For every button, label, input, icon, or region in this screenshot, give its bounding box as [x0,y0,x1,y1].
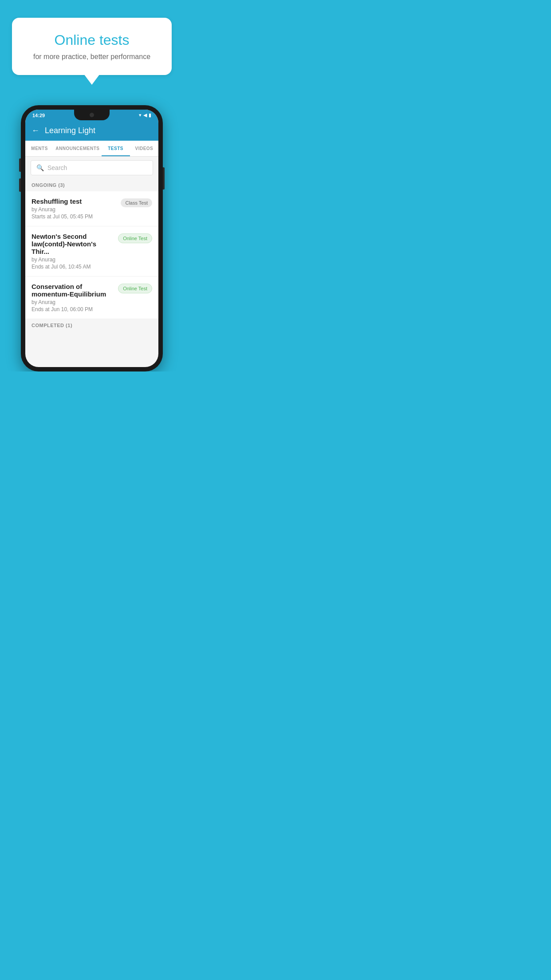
test-date: Starts at Jul 05, 05:45 PM [31,213,117,220]
app-bar: ← Learning Light [25,121,158,141]
phone-notch [74,110,110,120]
phone-mockup: 14:29 ▾ ◀ ▮ ← Learning Light MENTS ANNOU… [21,105,163,371]
list-item[interactable]: Newton's Second law(contd)-Newton's Thir… [25,226,158,277]
status-time: 14:29 [32,113,45,118]
tab-videos[interactable]: VIDEOS [130,141,158,156]
ongoing-section-header: ONGOING (3) [25,179,158,191]
battery-icon: ▮ [149,112,151,118]
test-date: Ends at Jun 10, 06:00 PM [31,306,114,312]
test-info: Reshuffling test by Anurag Starts at Jul… [31,198,117,220]
test-badge-class: Class Test [121,198,152,207]
list-item[interactable]: Reshuffling test by Anurag Starts at Jul… [25,191,158,226]
search-input[interactable]: Search [47,164,67,171]
app-bar-title: Learning Light [45,126,95,135]
test-info: Conservation of momentum-Equilibrium by … [31,283,114,312]
phone-btn-power [163,167,165,190]
signal-icon: ◀ [143,112,147,118]
status-icons: ▾ ◀ ▮ [139,112,151,118]
phone-outer: 14:29 ▾ ◀ ▮ ← Learning Light MENTS ANNOU… [21,105,163,371]
promo-title: Online tests [24,32,159,48]
search-icon: 🔍 [36,164,44,171]
back-button[interactable]: ← [31,126,39,135]
test-author: by Anurag [31,299,114,305]
speech-bubble: Online tests for more practice, better p… [12,18,172,75]
tab-announcements[interactable]: ANNOUNCEMENTS [54,141,101,156]
tabs: MENTS ANNOUNCEMENTS TESTS VIDEOS [25,141,158,157]
list-item[interactable]: Conservation of momentum-Equilibrium by … [25,277,158,319]
search-input-wrap[interactable]: 🔍 Search [31,160,153,175]
completed-section-header: COMPLETED (1) [25,319,158,332]
test-name: Conservation of momentum-Equilibrium [31,283,114,298]
test-badge-online-2: Online Test [118,284,152,293]
tab-tests[interactable]: TESTS [102,141,130,156]
test-date: Ends at Jul 06, 10:45 AM [31,264,114,270]
test-list: Reshuffling test by Anurag Starts at Jul… [25,191,158,319]
test-name: Reshuffling test [31,198,117,205]
test-badge-online: Online Test [118,233,152,243]
promo-area: Online tests for more practice, better p… [0,0,184,84]
search-bar: 🔍 Search [25,157,158,179]
wifi-icon: ▾ [139,112,142,118]
test-name: Newton's Second law(contd)-Newton's Thir… [31,233,114,255]
phone-screen: 14:29 ▾ ◀ ▮ ← Learning Light MENTS ANNOU… [25,110,158,367]
front-camera [90,113,94,117]
test-info: Newton's Second law(contd)-Newton's Thir… [31,233,114,270]
tab-ments[interactable]: MENTS [25,141,54,156]
test-author: by Anurag [31,257,114,263]
test-author: by Anurag [31,206,117,213]
promo-subtitle: for more practice, better performance [24,53,159,61]
